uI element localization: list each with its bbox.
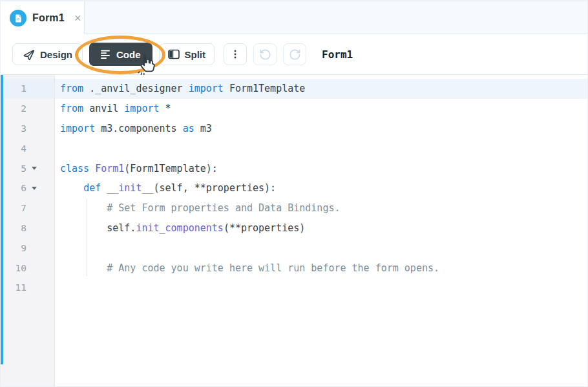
code-segment: # Set Form properties and Data Bindings. bbox=[60, 202, 340, 214]
redo-button[interactable] bbox=[283, 43, 306, 65]
fold-toggle-icon bbox=[32, 278, 39, 298]
code-line[interactable]: from anvil import * bbox=[55, 99, 587, 119]
code-segment: ._anvil_designer bbox=[83, 83, 189, 94]
code-button[interactable]: Code bbox=[89, 43, 152, 66]
line-number: 10 bbox=[1, 263, 26, 273]
line-number: 4 bbox=[1, 143, 26, 154]
code-segment: import bbox=[60, 123, 95, 134]
design-button-label: Design bbox=[40, 49, 72, 60]
code-segment: Form1Template bbox=[224, 83, 305, 94]
code-segment: import bbox=[124, 103, 159, 114]
paper-plane-icon bbox=[23, 48, 35, 61]
code-button-label: Code bbox=[116, 49, 141, 60]
split-button-label: Split bbox=[185, 49, 206, 60]
code-pane[interactable]: from ._anvil_designer import Form1Templa… bbox=[55, 75, 587, 386]
code-segment bbox=[89, 163, 95, 174]
code-segment bbox=[60, 182, 83, 194]
code-line[interactable]: class Form1(Form1Template): bbox=[55, 158, 587, 178]
code-segment: m3.components bbox=[95, 123, 182, 134]
code-segment: from bbox=[60, 103, 83, 114]
design-button[interactable]: Design bbox=[12, 43, 83, 65]
code-segment: Form1 bbox=[95, 163, 124, 174]
tab-form1[interactable]: Form1 × bbox=[1, 1, 85, 35]
fold-toggle-icon[interactable] bbox=[32, 178, 39, 198]
fold-toggle-icon bbox=[32, 138, 39, 158]
code-line[interactable]: # Set Form properties and Data Bindings. bbox=[55, 198, 587, 218]
code-segment: as bbox=[183, 123, 194, 134]
split-pane-icon bbox=[168, 49, 180, 59]
tab-label: Form1 bbox=[32, 12, 65, 24]
code-segment: self. bbox=[60, 222, 136, 234]
line-number: 2 bbox=[1, 103, 26, 114]
tab-strip: Form1 × bbox=[1, 1, 587, 34]
code-line[interactable] bbox=[55, 138, 587, 158]
line-number: 3 bbox=[1, 123, 26, 134]
app-window: Form1 × Design bbox=[0, 0, 588, 387]
fold-toggle-icon bbox=[32, 218, 39, 238]
form-title: Form1 bbox=[322, 48, 353, 61]
view-toolbar: Design Code bbox=[1, 34, 587, 75]
code-line[interactable]: self.init_components(**properties) bbox=[55, 218, 587, 238]
indent-guide bbox=[87, 198, 87, 277]
fold-toggle-icon bbox=[32, 258, 39, 278]
code-segment: (Form1Template): bbox=[124, 163, 218, 174]
code-segment: import bbox=[189, 83, 224, 94]
fold-toggle-icon bbox=[32, 99, 39, 119]
gutter: 1234567891011 bbox=[1, 75, 55, 386]
code-segment: def bbox=[83, 182, 101, 194]
undo-button[interactable] bbox=[253, 43, 277, 65]
code-segment: * bbox=[160, 103, 171, 114]
redo-icon bbox=[289, 48, 301, 61]
line-number: 5 bbox=[1, 163, 26, 174]
fold-toggle-icon[interactable] bbox=[32, 158, 39, 178]
code-line[interactable] bbox=[55, 238, 587, 258]
undo-icon bbox=[259, 48, 271, 61]
fold-toggle-icon bbox=[32, 119, 39, 139]
code-line[interactable]: from ._anvil_designer import Form1Templa… bbox=[55, 79, 587, 99]
code-segment: class bbox=[60, 163, 89, 174]
code-segment: (self, **properties): bbox=[154, 182, 277, 194]
code-line[interactable]: def __init__(self, **properties): bbox=[55, 178, 587, 198]
kebab-menu-icon bbox=[230, 49, 240, 59]
line-number: 8 bbox=[1, 223, 26, 233]
code-segment: __init__ bbox=[107, 182, 153, 194]
code-lines-icon bbox=[101, 50, 110, 59]
line-number: 6 bbox=[1, 183, 26, 193]
tab-close-icon[interactable]: × bbox=[74, 12, 81, 24]
code-button-wrap: Code bbox=[89, 43, 152, 66]
left-scroll-indicator[interactable] bbox=[1, 75, 3, 364]
code-line[interactable]: import m3.components as m3 bbox=[55, 119, 587, 139]
code-segment: m3 bbox=[194, 123, 212, 134]
code-segment: (**properties) bbox=[224, 222, 305, 234]
code-segment: anvil bbox=[83, 103, 124, 114]
split-button[interactable]: Split bbox=[159, 43, 215, 65]
code-segment: init_components bbox=[136, 222, 223, 234]
line-number: 1 bbox=[1, 83, 26, 94]
line-number: 7 bbox=[1, 203, 26, 213]
code-segment bbox=[101, 182, 107, 194]
code-segment: # Any code you write here will run befor… bbox=[60, 262, 439, 274]
code-editor: 1234567891011 from ._anvil_designer impo… bbox=[1, 75, 587, 386]
fold-toggle-icon bbox=[32, 238, 39, 258]
code-line[interactable] bbox=[55, 278, 587, 298]
form-file-icon bbox=[10, 10, 26, 26]
code-line[interactable]: # Any code you write here will run befor… bbox=[55, 258, 587, 278]
line-number: 9 bbox=[1, 243, 26, 253]
code-segment: from bbox=[60, 83, 83, 94]
more-options-button[interactable] bbox=[224, 43, 247, 65]
fold-toggle-icon bbox=[32, 79, 39, 99]
fold-toggle-icon bbox=[32, 198, 39, 218]
line-number: 11 bbox=[1, 282, 26, 293]
